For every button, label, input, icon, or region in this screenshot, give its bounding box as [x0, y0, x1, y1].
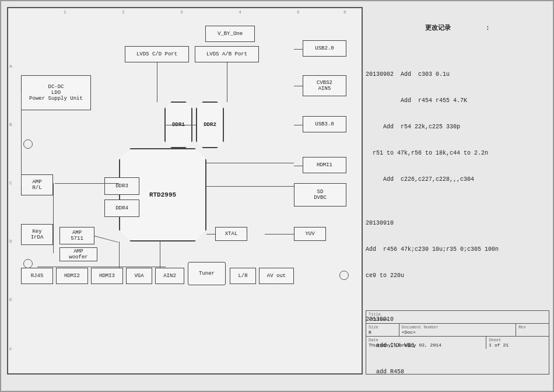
yuv-box: YUV: [294, 227, 326, 241]
conn-line-12: [227, 62, 227, 102]
sheet-label: Sheet: [489, 338, 546, 342]
hdmi3-box: HDMI3: [91, 268, 123, 284]
date-cell: Date Thursday, January 02, 2014: [366, 337, 486, 349]
conn-line-9: [206, 234, 215, 235]
lvds-ab-box: LVDS A/B Port: [195, 46, 259, 62]
size-cell: Size B: [366, 324, 399, 336]
conn-line-2: [37, 267, 166, 267]
date-label: Date: [369, 338, 483, 342]
amp-rl-box: AMP R/L: [21, 174, 53, 195]
docnum-cell: Document Number <Doc>: [399, 324, 516, 336]
grid-mark: 2: [122, 9, 125, 15]
amp-5711-box: AMP 5711: [59, 227, 94, 244]
av-out-box: AV out: [259, 268, 294, 284]
notes-title: 更改记录 :: [366, 24, 549, 33]
key-irda-box: Key IrDA: [21, 224, 53, 245]
tuner-box: Tuner: [188, 262, 226, 285]
grid-mark: 3: [180, 9, 183, 15]
title-block: Title <Title> Size B Document Number <Do…: [366, 310, 549, 374]
title-label: Title: [369, 312, 546, 317]
title-cell: Title <Title>: [366, 311, 549, 323]
grid-mark: D: [9, 239, 12, 244]
ddr3-box: DDR3: [104, 177, 139, 195]
docnum-label: Document Number: [402, 325, 513, 330]
grid-mark: E: [9, 297, 12, 302]
circle-marker-1: [23, 139, 33, 149]
xtal-box: XTAL: [215, 227, 247, 241]
sheet-cell: Sheet 1 of 21: [486, 337, 549, 349]
conn-line-14: [294, 86, 303, 86]
conn-line-4: [164, 125, 196, 125]
vga-box: VGA: [126, 268, 152, 284]
size-docnum-row: Size B Document Number <Doc> Rev: [366, 324, 549, 337]
schematic-area: 1 2 3 4 5 6 A B C D E F DC-DC LDO Power …: [7, 7, 363, 374]
size-label: Size: [369, 325, 397, 330]
size-value: B: [369, 330, 397, 335]
grid-mark: 5: [297, 9, 300, 15]
usb2-box: USB2.0: [303, 40, 346, 57]
conn-line-10: [265, 234, 294, 235]
page: 1 2 3 4 5 6 A B C D E F DC-DC LDO Power …: [0, 0, 554, 392]
usb3-box: USB3.0: [303, 116, 346, 132]
conn-line-5: [206, 163, 294, 163]
hdmi1-box: HDMI1: [303, 157, 346, 173]
ain2-box: AIN2: [155, 268, 184, 284]
grid-mark: F: [9, 346, 12, 352]
grid-mark: 6: [343, 9, 346, 15]
conn-line-6: [206, 186, 294, 187]
grid-mark: 4: [239, 9, 241, 15]
title-row: Title <Title>: [366, 311, 549, 324]
ddr4-box: DDR4: [104, 200, 139, 217]
conn-line-7: [55, 183, 119, 184]
conn-line-18: [119, 242, 120, 268]
notes-area: 更改记录 : 20130902 Add c303 0.1u Add r454 r…: [366, 7, 549, 299]
amp-woofer-box: AMP woofer: [59, 247, 97, 261]
docnum-value: <Doc>: [402, 330, 513, 335]
conn-line-17: [94, 236, 118, 243]
lvds-cd-box: LVDS C/D Port: [125, 46, 189, 62]
lr-box: L/R: [230, 268, 256, 284]
grid-mark: 1: [64, 9, 66, 15]
conn-line-3: [21, 93, 22, 186]
date-value: Thursday, January 02, 2014: [369, 342, 483, 348]
sd-dvbc-box: SD DVBC: [294, 183, 346, 206]
conn-line-8: [53, 183, 54, 253]
v-by-one-box: V_BY_One: [205, 26, 255, 42]
rev-cell: Rev: [516, 324, 549, 336]
ddr2-chip: DDR2: [196, 102, 224, 148]
rtd2995-chip: RTD2995: [119, 148, 206, 242]
sheet-value: 1 of 21: [489, 342, 546, 348]
date-sheet-row: Date Thursday, January 02, 2014 Sheet 1 …: [366, 337, 549, 349]
grid-mark: A: [9, 64, 12, 69]
conn-line-11: [157, 62, 157, 102]
conn-line-13: [294, 49, 303, 50]
rev-label: Rev: [518, 325, 546, 330]
dc-dc-box: DC-DC LDO Power Supply Unit: [21, 75, 91, 110]
circle-marker-3: [339, 271, 349, 280]
conn-line-16: [294, 166, 303, 166]
grid-mark: C: [9, 180, 12, 186]
title-value: <Title>: [369, 317, 546, 322]
cvbs2-box: CVBS2 AIN5: [303, 75, 346, 96]
hdmi2-box: HDMI2: [56, 268, 88, 284]
circle-marker-2: [23, 259, 33, 268]
conn-line-15: [294, 125, 303, 125]
conn-line-1: [160, 242, 160, 268]
rj45-box: RJ45: [21, 268, 53, 284]
grid-mark: B: [9, 122, 12, 127]
